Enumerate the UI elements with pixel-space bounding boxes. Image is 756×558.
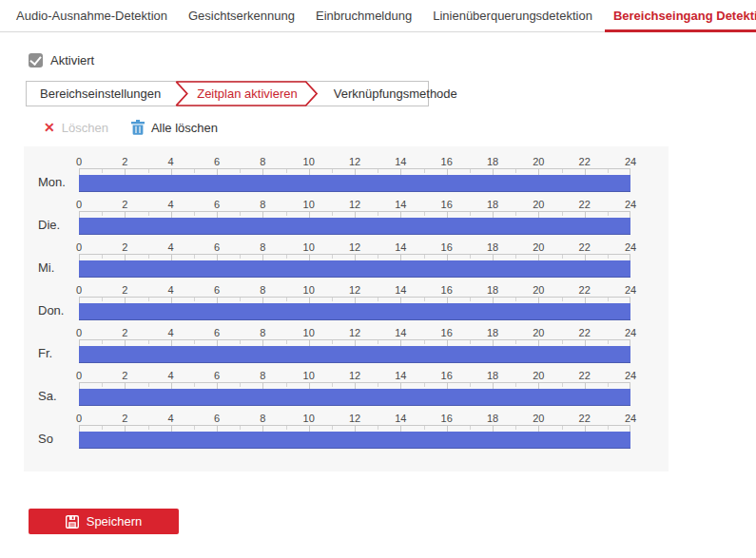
schedule-bar[interactable]: [79, 175, 630, 192]
hour-tick-label: 8: [260, 370, 265, 381]
schedule-bar[interactable]: [79, 260, 630, 278]
hour-tick-label: 12: [349, 156, 360, 167]
bar-track[interactable]: [79, 175, 630, 192]
hour-tick-label: 18: [487, 327, 498, 338]
enable-checkbox[interactable]: [29, 53, 43, 67]
hour-tick-label: 12: [349, 284, 360, 296]
hour-tick-label: 4: [168, 327, 174, 338]
hour-tick-label: 22: [579, 284, 591, 296]
bar-track[interactable]: [79, 389, 630, 406]
bar-track[interactable]: [79, 303, 630, 320]
delete-button[interactable]: ✕ Löschen: [44, 121, 108, 135]
day-label: Mi.: [24, 241, 79, 284]
hour-tick-label: 16: [441, 370, 453, 381]
hour-tick-label: 22: [579, 199, 591, 210]
schedule-bar[interactable]: [79, 346, 630, 363]
bar-track[interactable]: [79, 260, 630, 278]
hour-tick-label: 4: [168, 241, 174, 253]
schedule-row: Sa. 024681012141618202224: [24, 370, 669, 413]
timeline[interactable]: 024681012141618202224: [79, 199, 630, 241]
hour-tick-label: 16: [441, 241, 453, 253]
hour-tick-label: 4: [168, 413, 174, 424]
schedule-bar[interactable]: [79, 389, 630, 406]
hour-tick-label: 18: [487, 284, 498, 296]
hour-tick-label: 22: [579, 156, 591, 167]
save-icon: [66, 515, 79, 529]
hour-tick-label: 0: [76, 370, 82, 381]
hour-tick-label: 2: [122, 284, 127, 296]
hour-ruler: [79, 254, 630, 260]
enable-row: Aktiviert: [29, 52, 756, 67]
hour-tick-label: 0: [76, 413, 82, 424]
hour-ruler: [79, 211, 630, 218]
hour-numbers: 024681012141618202224: [79, 199, 630, 211]
hour-tick-label: 6: [214, 199, 220, 210]
hour-tick-label: 8: [260, 199, 265, 210]
hour-tick-label: 20: [533, 327, 544, 338]
schedule-toolbar: ✕ Löschen Alle löschen: [44, 116, 756, 139]
hour-tick-label: 14: [395, 413, 406, 424]
timeline[interactable]: 024681012141618202224: [79, 284, 630, 327]
schedule-bar[interactable]: [79, 432, 630, 449]
tab-bereichseingang-detektion[interactable]: Bereichseingang Detektion: [603, 0, 756, 31]
hour-ruler: [79, 168, 630, 175]
schedule-row: Fr. 024681012141618202224: [24, 327, 669, 370]
hour-tick-label: 6: [214, 241, 220, 253]
hour-tick-label: 16: [441, 413, 453, 424]
tab-linienueberquerungsdetektion[interactable]: Linienüberquerungsdetektion: [422, 0, 603, 31]
delete-all-label: Alle löschen: [151, 121, 218, 135]
bar-track[interactable]: [79, 218, 630, 235]
subtab-bereichseinstellungen[interactable]: Bereichseinstellungen: [27, 87, 174, 101]
hour-tick-label: 8: [260, 327, 265, 338]
schedule-row: Die. 024681012141618202224: [24, 199, 669, 241]
feature-tab-bar: Audio-Ausnahme-Detektion Gesichtserkennu…: [0, 0, 756, 32]
hour-tick-label: 14: [395, 241, 406, 253]
hour-ruler: [79, 339, 630, 346]
subtab-zeitplan-aktivieren[interactable]: Zeitplan aktivieren: [174, 81, 320, 106]
save-label: Speichern: [87, 514, 143, 529]
hour-tick-label: 14: [395, 156, 406, 167]
timeline[interactable]: 024681012141618202224: [79, 156, 630, 199]
hour-tick-label: 12: [349, 327, 360, 338]
hour-tick-label: 10: [303, 156, 315, 167]
bar-track[interactable]: [79, 432, 630, 449]
schedule-bar[interactable]: [79, 218, 630, 235]
hour-tick-label: 22: [579, 327, 591, 338]
schedule-row: Don. 024681012141618202224: [24, 284, 669, 327]
hour-tick-label: 16: [441, 199, 453, 210]
delete-all-button[interactable]: Alle löschen: [131, 120, 218, 135]
hour-tick-label: 10: [303, 241, 315, 253]
timeline[interactable]: 024681012141618202224: [79, 327, 630, 370]
hour-tick-label: 8: [260, 241, 265, 253]
hour-tick-label: 2: [122, 199, 127, 210]
hour-tick-label: 18: [487, 370, 498, 381]
hour-ruler: [79, 425, 630, 432]
hour-tick-label: 0: [76, 199, 82, 210]
hour-tick-label: 20: [533, 413, 544, 424]
hour-tick-label: 0: [76, 284, 82, 296]
hour-tick-label: 20: [533, 284, 544, 296]
hour-tick-label: 4: [168, 284, 174, 296]
hour-ruler: [79, 382, 630, 389]
save-button[interactable]: Speichern: [29, 509, 179, 534]
hour-tick-label: 20: [533, 370, 544, 381]
timeline[interactable]: 024681012141618202224: [79, 241, 630, 284]
hour-ruler: [79, 297, 630, 303]
tab-einbruchmeldung[interactable]: Einbruchmeldung: [305, 0, 422, 31]
schedule-bar[interactable]: [79, 303, 630, 320]
hour-tick-label: 6: [214, 327, 220, 338]
hour-tick-label: 6: [214, 413, 220, 424]
hour-tick-label: 16: [441, 156, 453, 167]
timeline[interactable]: 024681012141618202224: [79, 370, 630, 413]
hour-tick-label: 14: [395, 199, 406, 210]
hour-tick-label: 6: [214, 156, 220, 167]
timeline[interactable]: 024681012141618202224: [79, 413, 630, 455]
x-icon: ✕: [44, 121, 55, 134]
tab-audio-ausnahme-detektion[interactable]: Audio-Ausnahme-Detektion: [6, 0, 178, 31]
subtab-verknuepfungsmethode[interactable]: Verknüpfungsmethode: [320, 87, 471, 101]
hour-tick-label: 24: [625, 156, 636, 167]
hour-tick-label: 6: [214, 284, 220, 296]
schedule-row: So 024681012141618202224: [24, 413, 669, 455]
tab-gesichtserkennung[interactable]: Gesichtserkennung: [178, 0, 305, 31]
bar-track[interactable]: [79, 346, 630, 363]
